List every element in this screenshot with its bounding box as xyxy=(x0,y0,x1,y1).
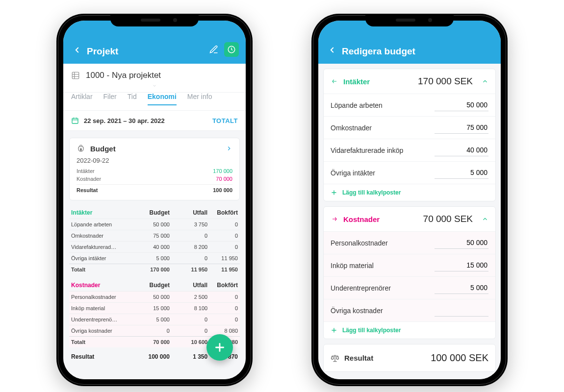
table-row[interactable]: Underentreprenö…5 00000 xyxy=(69,314,240,325)
chevron-right-icon xyxy=(226,145,232,152)
phone-notch xyxy=(110,14,199,26)
tab-artiklar[interactable]: Artiklar xyxy=(71,93,93,105)
budget-card[interactable]: $ Budget 2022-09-22 Intäkter170 000 Kost… xyxy=(69,138,240,200)
income-section: Intäkter 170 000 SEK Löpande arbeten Omk… xyxy=(323,69,496,201)
budget-income-value: 170 000 xyxy=(213,168,232,174)
col-budget: Budget xyxy=(132,209,170,216)
income-header: Intäkter xyxy=(71,209,132,216)
result-value: 100 000 SEK xyxy=(378,352,488,364)
svg-text:$: $ xyxy=(80,148,82,151)
phone-right: Redigera budget Intäkter 170 000 SEK xyxy=(311,14,508,386)
table-row[interactable]: Omkostnader75 00000 xyxy=(69,230,240,241)
budget-result-value: 100 000 xyxy=(213,187,232,193)
add-cost-label: Lägg till kalkylposter xyxy=(342,327,401,334)
budget-title: Budget xyxy=(90,145,221,153)
plus-icon xyxy=(331,189,337,196)
page-title: Redigera budget xyxy=(342,46,494,57)
chevron-up-icon xyxy=(482,78,488,85)
chevron-up-icon xyxy=(482,216,488,222)
income-label: Intäkter xyxy=(343,77,370,86)
budget-result-label: Resultat xyxy=(77,187,98,193)
svg-rect-5 xyxy=(72,118,78,123)
tab-tid[interactable]: Tid xyxy=(128,93,137,105)
income-table: Intäkter Budget Utfall Bokfört Löpande a… xyxy=(69,205,240,275)
project-header: 1000 - Nya projektet xyxy=(63,64,246,93)
cost-total: 70 000 SEK xyxy=(385,214,473,224)
table-row[interactable]: Vidarefakturerad…40 0008 2000 xyxy=(69,241,240,252)
tab-ekonomi[interactable]: Ekonomi xyxy=(148,93,177,105)
table-row[interactable]: Löpande arbeten50 0003 7500 xyxy=(69,219,240,230)
cost-section-header[interactable]: Kostnader 70 000 SEK xyxy=(324,207,495,231)
totalt-button[interactable]: TOTALT xyxy=(212,117,238,124)
phone-left: Projekt 1000 - Nya projektet xyxy=(56,14,253,386)
add-income-label: Lägg till kalkylposter xyxy=(342,189,401,196)
compose-icon[interactable] xyxy=(206,42,221,57)
edit-row: Inköp material xyxy=(324,254,495,276)
svg-rect-1 xyxy=(72,72,79,79)
budget-date: 2022-09-22 xyxy=(77,157,232,167)
table-row[interactable]: Övriga kostnader008 080 xyxy=(69,325,240,336)
result-label: Resultat xyxy=(344,354,373,362)
date-range: 22 sep. 2021 – 30 apr. 2022 xyxy=(84,117,165,124)
table-row[interactable]: Inköp material15 0008 1000 xyxy=(69,302,240,314)
tab-filer[interactable]: Filer xyxy=(103,93,117,105)
scales-icon xyxy=(331,354,339,363)
edit-row: Övriga kostnader xyxy=(324,299,495,321)
add-fab[interactable] xyxy=(206,334,233,361)
date-range-row[interactable]: 22 sep. 2021 – 30 apr. 2022 TOTALT xyxy=(63,110,246,131)
income-total: 170 000 SEK xyxy=(375,76,473,87)
add-income-row[interactable]: Lägg till kalkylposter xyxy=(324,184,495,201)
edit-row: Vidarefakturerade inköp xyxy=(324,139,495,161)
cost-sigma-icon xyxy=(331,215,338,223)
phone-notch xyxy=(365,14,454,26)
edit-row: Underentreprenörer xyxy=(324,276,495,299)
top-bar: Projekt xyxy=(63,21,246,64)
budget-cost-value: 70 000 xyxy=(216,176,232,182)
cost-section: Kostnader 70 000 SEK Personalkostnader I… xyxy=(323,206,496,339)
clock-icon[interactable] xyxy=(224,42,239,57)
edit-row: Löpande arbeten xyxy=(324,94,495,116)
amount-input[interactable] xyxy=(435,259,488,271)
result-card: Resultat 100 000 SEK xyxy=(323,344,496,372)
amount-input[interactable] xyxy=(435,167,488,179)
cost-label: Kostnader xyxy=(343,215,380,223)
edit-row: Personalkostnader xyxy=(324,231,495,254)
back-button[interactable] xyxy=(325,43,339,57)
amount-input[interactable] xyxy=(435,122,488,134)
calendar-icon xyxy=(71,117,79,124)
amount-input[interactable] xyxy=(435,237,488,249)
expand-chevron[interactable] xyxy=(71,80,238,90)
income-section-header[interactable]: Intäkter 170 000 SEK xyxy=(324,69,495,94)
plus-icon xyxy=(331,327,337,334)
back-button[interactable] xyxy=(70,43,84,57)
amount-input[interactable] xyxy=(435,282,488,294)
income-total-row: Totalt170 00011 95011 950 xyxy=(69,264,240,275)
page-title: Projekt xyxy=(87,46,204,57)
budget-cost-label: Kostnader xyxy=(77,176,101,182)
add-cost-row[interactable]: Lägg till kalkylposter xyxy=(324,321,495,339)
edit-row: Omkostnader xyxy=(324,116,495,139)
moneybag-icon: $ xyxy=(77,144,85,153)
table-row[interactable]: Personalkostnader50 0002 5000 xyxy=(69,291,240,302)
grid-icon xyxy=(71,71,80,80)
amount-input[interactable] xyxy=(435,99,488,111)
budget-income-label: Intäkter xyxy=(77,168,95,174)
col-bokfort: Bokfört xyxy=(207,209,238,216)
cost-header: Kostnader xyxy=(71,282,132,289)
col-utfall: Utfall xyxy=(170,209,207,216)
top-bar: Redigera budget xyxy=(318,21,501,64)
edit-row: Övriga intäkter xyxy=(324,161,495,184)
amount-input[interactable] xyxy=(435,144,488,156)
income-sigma-icon xyxy=(331,77,338,85)
project-name: 1000 - Nya projektet xyxy=(86,71,161,80)
tabs: Artiklar Filer Tid Ekonomi Mer info xyxy=(63,93,246,110)
amount-input[interactable] xyxy=(435,304,488,317)
table-row[interactable]: Övriga intäkter5 000011 950 xyxy=(69,252,240,264)
tab-merinfo[interactable]: Mer info xyxy=(187,93,212,105)
